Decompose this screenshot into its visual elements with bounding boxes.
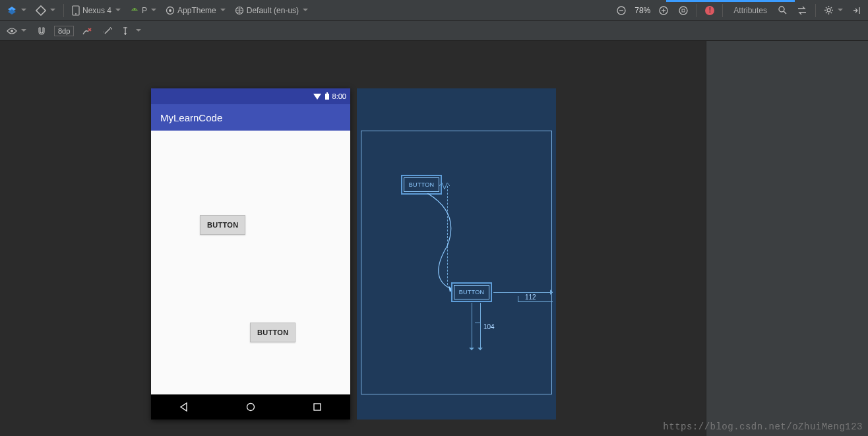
globe-icon <box>235 6 244 15</box>
blueprint-button-1[interactable]: BUTTON <box>404 177 439 192</box>
search-attributes-button[interactable] <box>775 4 790 16</box>
rotate-icon <box>36 5 46 16</box>
blueprint-constraint-bottom <box>472 303 472 350</box>
minimize-icon <box>852 6 861 15</box>
arrow-down-icon-2 <box>478 348 483 353</box>
blueprint-view[interactable]: BUTTON BUTTON 112 <box>357 88 556 420</box>
separator <box>63 4 64 17</box>
toolbar-right: 78% ! Attributes <box>613 4 864 17</box>
button-1[interactable]: BUTTON <box>200 215 245 235</box>
device-label: Nexus 4 <box>82 6 111 15</box>
button-2[interactable]: BUTTON <box>250 323 295 342</box>
error-icon: ! <box>705 6 714 15</box>
wand-icon <box>103 26 112 36</box>
toggle-view-button[interactable] <box>794 5 810 16</box>
svg-point-8 <box>169 9 171 12</box>
separator <box>815 4 816 17</box>
svg-line-18 <box>784 11 786 14</box>
recents-icon[interactable] <box>312 402 323 412</box>
device-selector[interactable]: Nexus 4 <box>69 4 123 17</box>
blueprint-dim-right: 112 <box>525 294 536 301</box>
blueprint-dim-line-right <box>518 301 553 302</box>
svg-point-19 <box>827 9 830 12</box>
attributes-panel-label: Attributes <box>728 6 767 15</box>
svg-line-23 <box>105 28 110 34</box>
zoom-fit-button[interactable] <box>675 4 691 17</box>
design-toolbar: Nexus 4 P AppTheme Default (en-us) 78% <box>0 0 868 21</box>
arrow-down-icon <box>469 348 474 353</box>
blueprint-dim-bottom: 104 <box>483 323 495 330</box>
layers-icon <box>7 5 17 16</box>
android-icon <box>130 7 139 15</box>
zoom-in-button[interactable] <box>656 4 671 17</box>
svg-marker-26 <box>124 33 127 35</box>
svg-point-31 <box>247 404 254 411</box>
search-icon <box>778 5 788 15</box>
settings-button[interactable] <box>821 4 846 16</box>
infer-constraints-button[interactable] <box>100 25 115 37</box>
theme-icon <box>166 6 175 15</box>
guidelines-button[interactable] <box>120 25 144 37</box>
svg-marker-30 <box>181 403 187 411</box>
blueprint-dim-tick <box>518 296 518 301</box>
zoom-out-button[interactable] <box>613 4 629 17</box>
svg-marker-27 <box>313 94 321 100</box>
android-navbar <box>151 394 350 420</box>
svg-rect-28 <box>325 94 329 100</box>
warnings-button[interactable]: ! <box>702 5 717 16</box>
minimize-button[interactable] <box>850 5 864 16</box>
blueprint-dim-line-bottom <box>480 303 481 350</box>
separator <box>697 4 697 17</box>
svg-rect-32 <box>314 404 321 410</box>
svg-point-20 <box>11 30 13 32</box>
main-area: 8:00 MyLearnCode BUTTON BUTTON BUTTON <box>0 41 868 436</box>
svg-rect-16 <box>682 9 685 12</box>
status-time: 8:00 <box>332 92 346 100</box>
locale-label: Default (en-us) <box>247 6 299 15</box>
orientation-button[interactable] <box>33 4 58 17</box>
home-icon[interactable] <box>245 402 256 412</box>
theme-label: AppTheme <box>177 6 216 15</box>
status-bar: 8:00 <box>151 88 350 104</box>
default-margin-input[interactable]: 8dp <box>54 26 74 36</box>
svg-point-17 <box>779 7 784 12</box>
back-icon[interactable] <box>179 402 189 412</box>
svg-rect-2 <box>36 5 46 15</box>
magnet-button[interactable] <box>34 25 49 37</box>
magnet-icon <box>37 26 46 36</box>
svg-point-6 <box>135 9 137 10</box>
api-selector[interactable]: P <box>127 5 159 16</box>
view-options-button[interactable] <box>4 26 29 36</box>
blueprint-button-2[interactable]: BUTTON <box>454 285 489 299</box>
zoom-value: 78% <box>633 6 652 15</box>
app-title: MyLearnCode <box>160 112 222 123</box>
clear-constraints-button[interactable] <box>79 25 95 37</box>
device-screen[interactable]: BUTTON BUTTON <box>151 131 350 394</box>
clear-constraints-icon <box>82 26 92 36</box>
battery-icon <box>325 92 330 100</box>
svg-point-4 <box>75 13 77 15</box>
swap-icon <box>797 6 807 15</box>
blueprint-root-layout[interactable]: BUTTON BUTTON 112 <box>361 131 552 394</box>
app-bar: MyLearnCode <box>151 104 350 131</box>
eye-icon <box>7 27 17 35</box>
arrow-right-icon <box>550 290 555 295</box>
svg-point-5 <box>133 9 134 10</box>
theme-selector[interactable]: AppTheme <box>163 5 228 16</box>
surface-select-button[interactable] <box>4 4 29 17</box>
blueprint-dim-tick-b <box>475 323 480 323</box>
api-label: P <box>142 6 147 15</box>
blueprint-constraint-zig <box>439 181 450 191</box>
watermark: https://blog.csdn.net/oZhuiMeng123 <box>663 421 863 432</box>
phone-icon <box>72 5 80 16</box>
wifi-icon <box>313 92 322 100</box>
blueprint-chain-curve <box>421 193 467 292</box>
separator <box>722 4 723 17</box>
svg-rect-29 <box>326 92 328 94</box>
zoom-out-icon <box>616 5 627 16</box>
locale-selector[interactable]: Default (en-us) <box>232 5 311 16</box>
zoom-fit-icon <box>678 5 689 16</box>
gear-icon <box>824 5 834 15</box>
design-canvas[interactable]: 8:00 MyLearnCode BUTTON BUTTON BUTTON <box>0 41 706 436</box>
guidelines-icon <box>123 26 132 36</box>
